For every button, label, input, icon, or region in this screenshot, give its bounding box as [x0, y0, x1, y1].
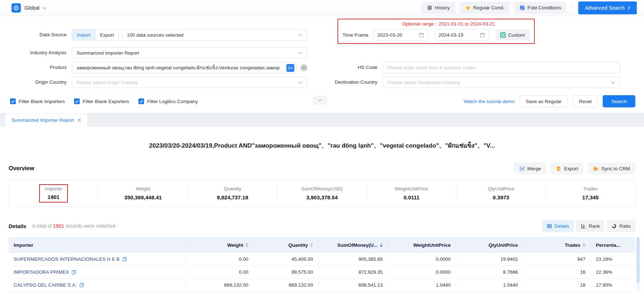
divider [572, 4, 572, 12]
origin-country-select[interactable]: Please select Origin Country [72, 77, 307, 88]
trades-cell: 947 [523, 255, 590, 264]
stat-label: WeightUnitPrice [395, 186, 428, 191]
product-label: Product [0, 62, 72, 73]
calendar-icon [480, 32, 485, 38]
stat-label: SumOfMoney(USD) [301, 186, 343, 191]
chevron-down-icon [298, 50, 302, 54]
weight-unit-price-cell: 0.0000 [388, 268, 456, 277]
table-header-row: Importer Weight Quantity SumOfMoney(U...… [9, 237, 635, 253]
end-date-input[interactable]: 2024-03-19 [434, 29, 489, 41]
product-input[interactable]: замороженный овощ;rau đông lạnh;vegetal … [72, 62, 297, 73]
weight-cell: 0.00 [185, 255, 253, 264]
view-ratio-button[interactable]: Ratio [607, 220, 635, 232]
start-date-value: 2023-03-20 [377, 32, 402, 38]
hs-code-input[interactable] [383, 62, 620, 73]
advanced-search-button[interactable]: Advanced Search [578, 1, 637, 14]
stat-value: 0.3973 [493, 194, 509, 200]
merge-button[interactable]: Merge [514, 162, 546, 175]
save-as-regular-button[interactable]: Save as Regular [520, 95, 568, 107]
chevron-down-icon [42, 5, 46, 9]
details-table-icon [547, 223, 552, 229]
region-selector[interactable]: Global [12, 3, 46, 13]
view-rank-button[interactable]: Rank [576, 220, 605, 232]
search-button[interactable]: Search [603, 95, 635, 107]
weight-cell: 0.00 [185, 268, 253, 277]
chevron-down-icon [298, 32, 302, 36]
quantity-cell: 45,405.00 [253, 255, 318, 264]
industry-analysis-value: Summarized Importer Report [77, 50, 139, 56]
tab-label: Summarized Importer Report [12, 117, 74, 123]
weight-unit-price-cell: 1.0440 [388, 281, 456, 290]
custom-range-button[interactable]: Custom [496, 29, 530, 41]
product-value: замороженный овощ;rau đông lạnh;vegetal … [77, 64, 280, 71]
sort-icon[interactable] [583, 243, 585, 247]
details-heading: Details [9, 223, 26, 229]
vertical-scrollbar[interactable] [636, 237, 640, 292]
start-date-input[interactable]: 2023-03-20 [373, 29, 428, 41]
column-header-trades[interactable]: Trades [523, 241, 590, 249]
column-header-weight[interactable]: Weight [185, 241, 253, 249]
regular-cond-button[interactable]: Regular Cond. [460, 2, 510, 14]
fold-conditions-label: Fold Conditions [528, 5, 561, 10]
collapse-form-button[interactable] [313, 96, 327, 105]
column-header-sum-of-money[interactable]: SumOfMoney(U... [318, 241, 388, 249]
stat-weight: Weight 350,369,448.41 [98, 185, 188, 202]
translate-icon[interactable]: 文A [286, 64, 294, 72]
sort-icon[interactable] [245, 243, 248, 247]
language-menu-icon[interactable] [300, 64, 307, 71]
tutorial-demo-link[interactable]: Watch the tutorial demo [464, 99, 515, 104]
table-row[interactable]: CALYPSO DEL CARIBE S.A. 669,132.00 669,1… [9, 279, 635, 292]
percentage-cell: 22.36% [590, 268, 635, 277]
industry-analysis-label: Industry Analysis [0, 47, 72, 59]
chevron-down-icon [611, 79, 615, 83]
fold-conditions-button[interactable]: Fold Conditions [514, 2, 567, 14]
stat-value: 350,369,448.41 [124, 194, 162, 200]
import-tab[interactable]: Import [72, 29, 95, 40]
tab-summarized-importer-report[interactable]: Summarized Importer Report [6, 113, 87, 127]
export-tab[interactable]: Export [95, 29, 118, 40]
view-details-button[interactable]: Details [542, 220, 574, 232]
importer-link[interactable]: SUPERMERCADOS INTERNACIONALES H E B [14, 256, 120, 262]
total-suffix: records were matched [66, 223, 116, 229]
copy-icon[interactable] [79, 283, 84, 287]
sum-of-money-cell: 698,541.13 [318, 281, 388, 290]
filter-blank-exporters-checkbox[interactable]: Filter Blank Exporters [74, 98, 129, 104]
filter-blank-importers-checkbox[interactable]: Filter Blank Importers [10, 98, 65, 104]
importer-link[interactable]: CALYPSO DEL CARIBE S.A. [14, 282, 77, 288]
hs-code-field[interactable] [387, 65, 615, 70]
qty-unit-price-cell: 19.9402 [456, 255, 523, 264]
filter-logitics-company-checkbox[interactable]: Filter Logitics Company [138, 98, 198, 104]
percentage-cell: 23.19% [590, 255, 635, 264]
region-label: Global [24, 5, 40, 11]
column-header-quantity[interactable]: Quantity [253, 241, 318, 249]
filter-label: Filter Blank Importers [19, 99, 65, 104]
importer-link[interactable]: IMPORTADORA PRIMEX [14, 269, 69, 275]
view-rank-label: Rank [589, 223, 600, 229]
table-row[interactable]: IMPORTADORA PRIMEX 0.00 99,575.00 872,92… [9, 266, 635, 279]
export-button[interactable]: Export [551, 162, 583, 175]
copy-icon[interactable] [122, 257, 127, 261]
data-sources-select[interactable]: 100 data sources selected [122, 29, 307, 41]
destination-country-select[interactable]: Please select Destination Country [383, 77, 620, 88]
optional-range-text: Optional range：2021-01-01 to 2024-03-21 [342, 21, 530, 27]
stat-value: 9,824,737.18 [217, 194, 248, 200]
sync-to-crm-button[interactable]: Sync to CRM [588, 162, 635, 175]
query-title: 2023/03/20-2024/03/19,Product AND"заморо… [0, 140, 644, 150]
history-button[interactable]: History [422, 2, 455, 14]
table-row[interactable]: SUPERMERCADOS INTERNACIONALES H E B 0.00… [9, 253, 635, 266]
copy-icon[interactable] [72, 270, 76, 274]
sort-icon[interactable] [310, 243, 313, 247]
sort-desc-active-icon[interactable] [380, 243, 383, 247]
chevron-down-icon [298, 79, 302, 83]
industry-analysis-select[interactable]: Summarized Importer Report [72, 47, 307, 59]
stat-trades: Trades 17,345 [546, 185, 635, 202]
export-label: Export [564, 166, 578, 171]
close-icon[interactable] [78, 118, 81, 122]
scrollbar-thumb[interactable] [636, 237, 640, 283]
records-matched-text: A total of 1901 records were matched [32, 223, 115, 229]
export-icon [556, 166, 561, 171]
data-sources-value: 100 data sources selected [127, 32, 184, 38]
reset-button[interactable]: Reset [573, 95, 598, 107]
end-date-value: 2024-03-19 [438, 32, 463, 38]
custom-icon [500, 32, 506, 38]
